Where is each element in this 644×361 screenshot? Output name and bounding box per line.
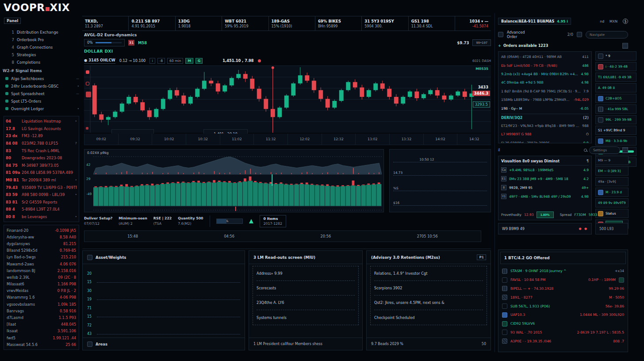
sidebar-alert-item[interactable]: 80Downgrades 2023-08	[6, 154, 77, 162]
watchlist-row[interactable]: Milasaat61.166 P98	[7, 281, 76, 288]
quick-card[interactable]: C2B+8O5	[595, 94, 636, 103]
transaction-row[interactable]: UAP10.31.0444 ML - 309 300L920	[502, 311, 624, 319]
advisory-item[interactable]: Scorpions 3902	[374, 281, 483, 296]
transaction-row[interactable]: 93 WAL · .70 20152-8639 19 7.197 L : 583…	[502, 328, 624, 337]
sidebar-alert-item[interactable]: M0 B1Ter 2009/4 389 ml•	[6, 177, 77, 184]
ticker-cell[interactable]: 31 5Y3 019SY5904 300.	[361, 16, 408, 31]
chart-alert-dot-icon[interactable]	[86, 127, 88, 130]
alert-dot-icon[interactable]	[258, 59, 261, 62]
status-card[interactable]: 49a · [3v9]	[595, 177, 629, 186]
order-row[interactable]: L7 M99B9T G 988O	[501, 130, 589, 138]
timeframe-chip[interactable]: i	[150, 58, 155, 64]
ticker-cell[interactable]: 0.211 SB 8974.91 91.2015	[128, 16, 175, 31]
watchlist-row[interactable]: Iandommson BJ2.158.016	[7, 267, 76, 274]
transaction-row[interactable]: CID92 59LVV6	[502, 319, 624, 328]
ticker-cell[interactable]: WBT 602159% 95.2019	[222, 16, 268, 31]
order-row[interactable]: 19B · Gy-- M-6.05	[501, 104, 589, 112]
readout-item[interactable]: Systems tunnels	[257, 310, 355, 325]
sidebar-alert-item[interactable]: 88 45-89B4 L39T 27.0L4	[6, 206, 77, 213]
sidebar-alert-item[interactable]: 23 dxFM3 -12.89	[6, 132, 77, 140]
visualization-row[interactable]: Y149P7 · 4M8 - 5Mv 8L94B 49P / 29s094.9B	[501, 192, 589, 201]
order-row[interactable]: 15BMb L8893Mv · 79BB L9P9b Z9M49d 8 9fBY…	[501, 96, 589, 104]
profitability-button[interactable]: 1.80%	[537, 211, 554, 218]
advanced-order-label[interactable]: Advanced Order	[507, 30, 533, 39]
watchlist-row[interactable]: vrwvMeidas0 P.8 JL · 2	[7, 288, 76, 294]
sidebar-nav-item[interactable]: 1Distribution Exchange	[5, 28, 79, 36]
watchlist-row[interactable]: Banrvags0.58 916	[7, 307, 76, 314]
navigate-search-input[interactable]	[586, 31, 628, 38]
sidebar-nav-item[interactable]: 8Completions	[5, 58, 79, 66]
transaction-row[interactable]: BIPELL — + · 74.30.192899.29 06	[502, 284, 624, 293]
watchlist-row[interactable]: [Ilaat448.045	[7, 321, 76, 328]
apps-grid-icon[interactable]	[622, 147, 628, 153]
items-box[interactable]: 0 Items2017-1282	[260, 215, 287, 227]
transaction-row[interactable]: SUB 567L, 1.933 (PO6)56e- 39.86	[502, 302, 624, 311]
status-card[interactable]: 49 89 9v 89v9T9	[595, 198, 629, 207]
chart-alert-marker-icon[interactable]	[86, 70, 89, 74]
fill-progress-bar[interactable]: 88.5%	[216, 219, 243, 224]
watchlist-row[interactable]: dygslansyws81.215	[7, 240, 76, 247]
quick-card[interactable]: T1 69/L8B1 -9 49 3B	[595, 73, 636, 82]
quick-card[interactable]: M8 · 3.3-8-9b	[595, 136, 636, 146]
sidebar-alert-item[interactable]: 84 08023/M2.788 0.LP157	[6, 140, 77, 147]
status-card[interactable]: M9 — 9	[595, 156, 629, 165]
active-timeframe-chip[interactable]: M	[185, 58, 193, 64]
sidebar-nav-item[interactable]: 5Strategies	[5, 51, 79, 58]
transaction-row[interactable]: STASM · 9 OHNF 2018 Journey ^+x34	[502, 267, 624, 276]
timeframe-chip[interactable]: -8	[157, 58, 165, 64]
sidebar-alert-item[interactable]: 04Liquidation Heatmap•	[6, 118, 77, 125]
sidebar-alert-item[interactable]: 17.8LG Savings Accounts	[6, 125, 77, 133]
ticker-cell[interactable]: 69% BIKESBHn 95899	[315, 16, 361, 31]
settings-search-input[interactable]	[589, 146, 620, 154]
watchlist-row[interactable]: vgsoovbslaams1.09k 185	[7, 301, 76, 307]
ticker-cell[interactable]: 189-GAS15% (1910)	[268, 16, 315, 31]
order-row[interactable]: 9.2mb (x3) +Avg4 8B · MHz 09BH B29h +49 …	[501, 70, 589, 78]
transaction-row[interactable]: FAVSL · 10 84 58 PM0.1HP · : 1899M	[502, 276, 624, 284]
visualization-row[interactable]: Ca+9.4ML 98%L8 · 199M9d54.9	[501, 165, 589, 174]
sidebar-alert-item[interactable]: 79.43935809 TV L3/6P9 G3 - P09TP•	[6, 184, 77, 191]
watchlist-row[interactable]: Massweat 54.5.625 66	[7, 341, 76, 348]
ticker-cell[interactable]: TRXD,11.3 2897	[82, 16, 128, 31]
sidebar-alert-item[interactable]: 83TS Rec Crash L-MML	[6, 147, 77, 154]
sidebar-signal-item[interactable]: Overnight Ledger•	[5, 105, 79, 112]
chart-alert-block-icon[interactable]	[86, 92, 91, 97]
watchlist-row[interactable]: Wanammrg 1.64-06 P98	[7, 294, 76, 301]
usd-level-box[interactable]: W9 B9M9 49 ● ●	[498, 223, 592, 234]
visualization-row[interactable]: 8992B, 2M9 9549+	[501, 183, 589, 192]
visualization-row[interactable]: E10Mv 23 3B8 JM9 +9 · 4M9 · 5M8 184.2	[501, 174, 589, 183]
order-row[interactable]: FL29 S9B99d · 79B7b 39B9F9.9	[501, 139, 589, 143]
transaction-row[interactable]: 1891, · 8277M · 5050	[502, 293, 624, 302]
account-title-box[interactable]: Balance/AEA-911 BUAMAS 4.95 i	[498, 18, 571, 25]
quick-card[interactable]: S1 +9VC B9nd 9	[595, 126, 636, 135]
order-row[interactable]: 1 8d7 8mBA (9d 8-C4P 9B 79M1 (9C0b 5) · …	[501, 87, 589, 96]
readout-item[interactable]: Scorecasts	[257, 281, 355, 296]
sidebar-alert-item[interactable]: 84 75M-34987 389/73.05	[6, 162, 77, 169]
advisory-corner-button[interactable]: P1	[477, 254, 486, 260]
quick-card[interactable]: i · 48-2 39-4B	[595, 62, 636, 71]
subheader-button[interactable]: 99+197	[472, 39, 491, 46]
ticker-cell[interactable]: GS1 19811.30.4 SDL	[408, 16, 455, 31]
sidebar-signal-item[interactable]: Spot Spreadsheet—	[5, 90, 79, 97]
sidebar-alert-item[interactable]: 81 09a204.68 L858.99 5378A.489	[6, 169, 77, 177]
watchlist-row[interactable]: Bllasnd 5298x5d0.769-85	[7, 247, 76, 254]
watchlist-row[interactable]: Iksaat3.591.106	[7, 328, 76, 334]
sidebar-nav-item[interactable]: 4Graph Connections	[5, 43, 79, 51]
status-card[interactable]: M · 23.9 d	[595, 188, 629, 197]
chart-alert-ring-icon[interactable]	[86, 82, 89, 85]
active-timeframe-chip[interactable]: G	[196, 58, 203, 64]
ticker-change-cell[interactable]: 1034 ▾ —-41.5074	[455, 16, 491, 31]
watchlist-row[interactable]: wellsb 2.39L09 (2C · 8	[7, 274, 76, 280]
advisory-item[interactable]: Checkpoint Scheduled	[374, 310, 483, 325]
order-row[interactable]: AB (09AM) - 4T28 40H11 · 989M AB411	[501, 53, 589, 61]
quick-card[interactable]: · 41a 999 5BL	[595, 104, 636, 114]
watchlist-row[interactable]: fwd51.99.121 .44	[7, 334, 76, 341]
candlestick-chart[interactable]: M0535 3433 3446.3 3293.5 — — – 1,491 · 2…	[84, 65, 491, 133]
sidebar-signal-item[interactable]: Spot LT5-Orders	[5, 97, 79, 105]
watchlist-row[interactable]: Lyn Bad-o-5wgs215.210	[7, 254, 76, 261]
copy-icon[interactable]	[577, 32, 582, 37]
pilcrow-icon[interactable]: ¶	[586, 159, 589, 163]
watchlist-row[interactable]: d7Lasmd1.1.5 P93	[7, 314, 76, 321]
timeframe-chip[interactable]: 60 min	[167, 58, 183, 64]
volume-panel[interactable]: 0.02XX p9kg 42 29 -49	[84, 149, 384, 212]
status-card[interactable]: Status	[595, 209, 629, 218]
